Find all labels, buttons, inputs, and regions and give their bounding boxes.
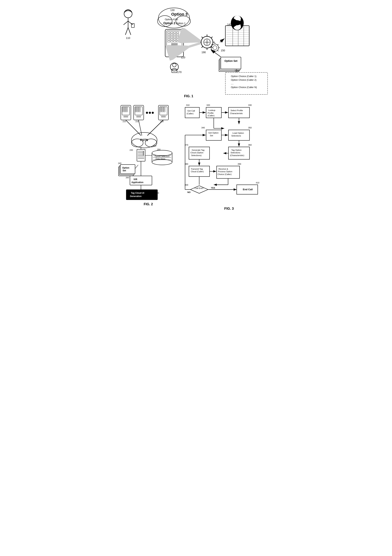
n170-label: 170	[177, 71, 182, 74]
svg-rect-27	[177, 41, 179, 42]
tagOption2: Selections	[230, 152, 240, 154]
svg-point-139	[143, 153, 144, 154]
n180-label: 180	[174, 18, 178, 21]
n130-label: 130	[170, 9, 175, 12]
svg-rect-82	[122, 108, 124, 109]
svg-rect-15	[177, 34, 179, 36]
svg-rect-93	[133, 105, 144, 120]
getOptionSet1: Get Option	[209, 132, 219, 134]
svg-rect-104	[135, 111, 137, 112]
tagOption1: Tag Option	[231, 149, 241, 151]
n210a-label: 210	[123, 120, 126, 123]
svg-rect-99	[137, 108, 139, 109]
svg-rect-25	[171, 41, 173, 42]
svg-rect-80	[124, 107, 126, 108]
n340-label: 340	[201, 127, 205, 129]
svg-rect-102	[137, 110, 139, 111]
getOptionSet2: Set	[210, 134, 213, 137]
selectProfile1: Select Profile	[230, 109, 243, 112]
svg-rect-13	[171, 34, 173, 36]
yes-label: YES	[211, 187, 215, 189]
svg-rect-113	[164, 107, 165, 108]
svg-rect-87	[126, 110, 127, 111]
n240-label: 240	[118, 162, 121, 164]
n260-label: 260	[126, 177, 129, 179]
n310-label: 310	[186, 104, 189, 106]
n140-label: 140	[227, 23, 232, 26]
lookupProfile1: Lookup	[209, 109, 215, 111]
fig1-svg: 110 Option 3 Option 4 180 Option 2 Optio…	[117, 4, 275, 101]
n320-label: 320	[206, 104, 210, 106]
tagCloud2-label: Generation	[130, 195, 141, 198]
svg-rect-8	[168, 32, 170, 33]
receiveProcess2: Process Option	[218, 170, 232, 173]
svg-line-52	[218, 50, 218, 51]
n300-label: 300	[156, 192, 159, 194]
getCall2: (Caller)	[187, 112, 194, 115]
label-110: 110	[126, 37, 130, 39]
svg-rect-84	[126, 108, 127, 109]
svg-rect-12	[168, 34, 170, 36]
n190-label: 190	[202, 51, 206, 54]
tagOption3: (Characteristic)	[230, 154, 244, 156]
getCall1: Get Call	[187, 110, 195, 112]
dots-label: ●●●	[146, 110, 154, 115]
n150-label: 150	[221, 49, 225, 52]
svg-point-4	[157, 15, 172, 27]
svg-rect-103	[139, 110, 140, 111]
fig1-title: FIG. 1	[184, 94, 193, 98]
optionChoice2-label: Option Choice (Caller 2)	[231, 78, 256, 81]
svg-line-39	[202, 37, 203, 38]
svg-line-42	[202, 46, 203, 48]
svg-rect-26	[174, 41, 176, 42]
ivrApp-label: IVR	[133, 178, 137, 181]
svg-rect-95	[135, 107, 137, 108]
loadOption1: Load Option	[233, 132, 244, 134]
svg-rect-74	[221, 57, 241, 69]
fig1-diagram: 110 Option 3 Option 4 180 Option 2 Optio…	[117, 4, 275, 102]
svg-rect-24	[168, 41, 170, 42]
page: 110 Option 3 Option 4 180 Option 2 Optio…	[113, 0, 279, 217]
svg-point-138	[143, 152, 144, 152]
svg-point-145	[152, 159, 172, 165]
svg-rect-105	[137, 111, 139, 112]
svg-rect-101	[135, 110, 137, 111]
svg-rect-11	[177, 32, 179, 33]
svg-rect-117	[160, 110, 162, 111]
svg-rect-121	[162, 111, 163, 112]
optionSelectionDataStore2-label: Data Store	[156, 158, 165, 160]
svg-point-46	[213, 46, 217, 50]
optionset-label: Option Set	[224, 59, 237, 62]
svg-rect-79	[122, 107, 124, 108]
svg-rect-9	[171, 32, 173, 33]
n360-label: 360	[248, 144, 252, 146]
endCall-label: End Call	[243, 188, 253, 191]
no-label: NO	[187, 191, 190, 193]
svg-rect-83	[124, 108, 126, 109]
n250-label: 250	[157, 148, 160, 151]
svg-rect-86	[124, 110, 126, 111]
svg-rect-96	[137, 107, 139, 108]
fig2-title: FIG. 2	[144, 202, 153, 206]
optionChoice1-label: Option Choice (Caller 1)	[231, 75, 256, 77]
option3-label: Option 3	[171, 12, 188, 16]
tagCloud-label: Tag Cloud UI	[131, 192, 144, 194]
svg-rect-100	[139, 108, 140, 109]
svg-line-53	[218, 44, 218, 45]
optionChoiceDots-label: ....	[231, 82, 234, 85]
svg-rect-119	[164, 110, 165, 111]
svg-rect-98	[135, 108, 137, 109]
generateTag1: Generate Tag	[192, 149, 204, 151]
optionSet3-label: Set	[123, 169, 126, 172]
receiveProcess1: Receive &	[219, 168, 228, 170]
svg-rect-23	[177, 39, 179, 40]
transmitTag1: Transmit Tag	[191, 168, 203, 170]
pstn-label: PSTN	[140, 139, 148, 142]
svg-point-140	[143, 154, 144, 155]
optionSet2-label: Option	[122, 167, 129, 169]
svg-rect-167	[206, 130, 221, 140]
svg-rect-85	[122, 110, 124, 111]
svg-rect-14	[174, 34, 176, 36]
svg-rect-18	[174, 36, 176, 38]
svg-point-142	[152, 150, 172, 156]
